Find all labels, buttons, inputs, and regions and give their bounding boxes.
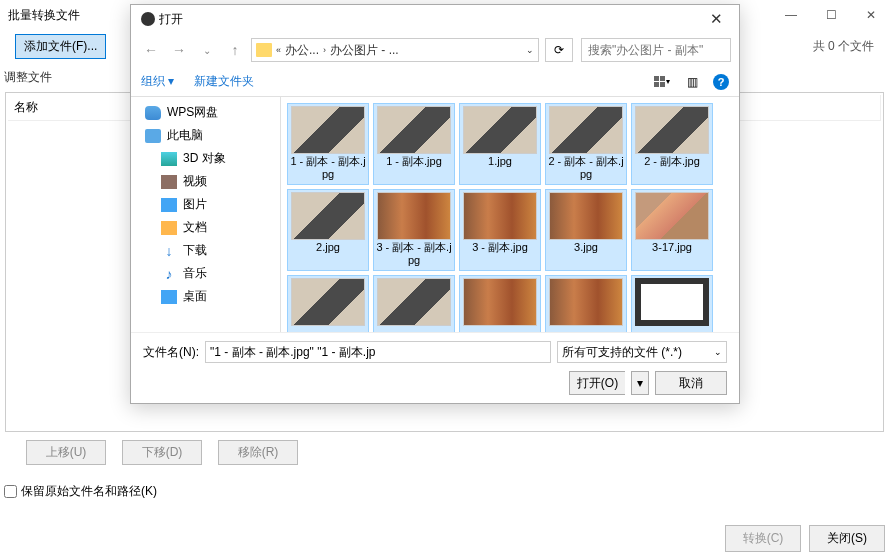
thumbnail — [635, 106, 709, 154]
dl-icon: ↓ — [161, 244, 177, 258]
file-label: 3-17.jpg — [652, 240, 692, 268]
thumbnail — [463, 192, 537, 240]
music-icon: ♪ — [161, 267, 177, 281]
refresh-icon[interactable]: ⟳ — [545, 38, 573, 62]
file-item[interactable] — [631, 275, 713, 332]
nav-recent-icon[interactable]: ⌄ — [195, 38, 219, 62]
help-icon[interactable]: ? — [713, 74, 729, 90]
add-file-button[interactable]: 添加文件(F)... — [15, 34, 106, 59]
dialog-titlebar: 打开 ✕ — [131, 5, 739, 33]
thumbnail — [377, 278, 451, 326]
chevron-down-icon: ⌄ — [714, 347, 722, 357]
thumbnail — [463, 106, 537, 154]
cancel-button[interactable]: 取消 — [655, 371, 727, 395]
nav-up-icon[interactable]: ↑ — [223, 38, 247, 62]
file-item[interactable]: 1.jpg — [459, 103, 541, 185]
thumbnail — [377, 192, 451, 240]
new-folder-button[interactable]: 新建文件夹 — [194, 73, 254, 90]
dialog-icon — [141, 12, 155, 26]
file-label: 3.jpg — [574, 240, 598, 268]
close-icon[interactable]: ✕ — [861, 8, 881, 22]
video-icon — [161, 175, 177, 189]
convert-button[interactable]: 转换(C) — [725, 525, 801, 552]
file-item[interactable]: 3.jpg — [545, 189, 627, 271]
keep-path-checkbox[interactable]: 保留原始文件名和路径(K) — [0, 475, 889, 508]
breadcrumb[interactable]: « 办公... › 办公图片 - ... ⌄ — [251, 38, 539, 62]
sidebar-item-music[interactable]: ♪音乐 — [131, 262, 280, 285]
sidebar-item-video[interactable]: 视频 — [131, 170, 280, 193]
file-label: 3 - 副本.jpg — [472, 240, 528, 268]
file-item[interactable]: 3 - 副本.jpg — [459, 189, 541, 271]
maximize-icon[interactable]: ☐ — [821, 8, 841, 22]
file-item[interactable] — [287, 275, 369, 332]
bg-title: 批量转换文件 — [8, 7, 80, 24]
chevron-down-icon[interactable]: ⌄ — [526, 45, 534, 55]
file-item[interactable]: 1 - 副本 - 副本.jpg — [287, 103, 369, 185]
minimize-icon[interactable]: — — [781, 8, 801, 22]
file-grid[interactable]: 1 - 副本 - 副本.jpg1 - 副本.jpg1.jpg2 - 副本 - 副… — [281, 97, 739, 332]
sidebar-item-label: 音乐 — [183, 265, 207, 282]
file-count: 共 0 个文件 — [813, 38, 874, 55]
open-button[interactable]: 打开(O) — [569, 371, 625, 395]
search-input[interactable] — [581, 38, 731, 62]
nav-bar: ← → ⌄ ↑ « 办公... › 办公图片 - ... ⌄ ⟳ — [131, 33, 739, 67]
file-item[interactable]: 2 - 副本 - 副本.jpg — [545, 103, 627, 185]
organize-menu[interactable]: 组织 ▾ — [141, 73, 174, 90]
sidebar-item-label: WPS网盘 — [167, 104, 218, 121]
thumbnail — [463, 278, 537, 326]
thumbnail — [291, 106, 365, 154]
sidebar-item-label: 图片 — [183, 196, 207, 213]
sidebar-item-desk[interactable]: 桌面 — [131, 285, 280, 308]
thumbnail — [549, 192, 623, 240]
filename-input[interactable] — [205, 341, 551, 363]
thumbnail — [291, 278, 365, 326]
sidebar-item-label: 桌面 — [183, 288, 207, 305]
file-label: 2 - 副本 - 副本.jpg — [548, 154, 624, 182]
cloud-icon — [145, 106, 161, 120]
nav-forward-icon[interactable]: → — [167, 38, 191, 62]
close-button[interactable]: 关闭(S) — [809, 525, 885, 552]
file-label: 3 - 副本 - 副本.jpg — [376, 240, 452, 268]
move-down-button[interactable]: 下移(D) — [122, 440, 202, 465]
file-item[interactable]: 2 - 副本.jpg — [631, 103, 713, 185]
thumbnail — [549, 278, 623, 326]
sidebar-item-label: 视频 — [183, 173, 207, 190]
sidebar-item-label: 此电脑 — [167, 127, 203, 144]
thumbnail — [635, 192, 709, 240]
thumbnail — [291, 192, 365, 240]
sidebar-item-pc[interactable]: 此电脑 — [131, 124, 280, 147]
pc-icon — [145, 129, 161, 143]
folder-icon — [256, 43, 272, 57]
remove-button[interactable]: 移除(R) — [218, 440, 298, 465]
open-dropdown-icon[interactable]: ▾ — [631, 371, 649, 395]
keep-path-input[interactable] — [4, 485, 17, 498]
file-item[interactable] — [459, 275, 541, 332]
move-up-button[interactable]: 上移(U) — [26, 440, 106, 465]
sidebar-item-pic[interactable]: 图片 — [131, 193, 280, 216]
pic-icon — [161, 198, 177, 212]
file-filter-dropdown[interactable]: 所有可支持的文件 (*.*) ⌄ — [557, 341, 727, 363]
sidebar-item-dl[interactable]: ↓下载 — [131, 239, 280, 262]
filename-label: 文件名(N): — [143, 344, 199, 361]
file-label: 2.jpg — [316, 240, 340, 268]
file-item[interactable]: 1 - 副本.jpg — [373, 103, 455, 185]
cube-icon — [161, 152, 177, 166]
preview-pane-icon[interactable]: ▥ — [683, 74, 701, 90]
dialog-toolbar: 组织 ▾ 新建文件夹 ▾ ▥ ? — [131, 67, 739, 97]
file-item[interactable]: 2.jpg — [287, 189, 369, 271]
thumbnail — [377, 106, 451, 154]
dialog-close-icon[interactable]: ✕ — [704, 10, 729, 28]
view-mode-icon[interactable]: ▾ — [653, 74, 671, 90]
thumbnail — [635, 278, 709, 326]
file-item[interactable] — [545, 275, 627, 332]
sidebar-item-doc[interactable]: 文档 — [131, 216, 280, 239]
sidebar-item-label: 文档 — [183, 219, 207, 236]
sidebar-item-cube[interactable]: 3D 对象 — [131, 147, 280, 170]
open-dialog: 打开 ✕ ← → ⌄ ↑ « 办公... › 办公图片 - ... ⌄ ⟳ 组织… — [130, 4, 740, 404]
nav-back-icon[interactable]: ← — [139, 38, 163, 62]
file-label: 1 - 副本.jpg — [386, 154, 442, 182]
file-item[interactable]: 3-17.jpg — [631, 189, 713, 271]
file-item[interactable] — [373, 275, 455, 332]
file-item[interactable]: 3 - 副本 - 副本.jpg — [373, 189, 455, 271]
sidebar-item-cloud[interactable]: WPS网盘 — [131, 101, 280, 124]
